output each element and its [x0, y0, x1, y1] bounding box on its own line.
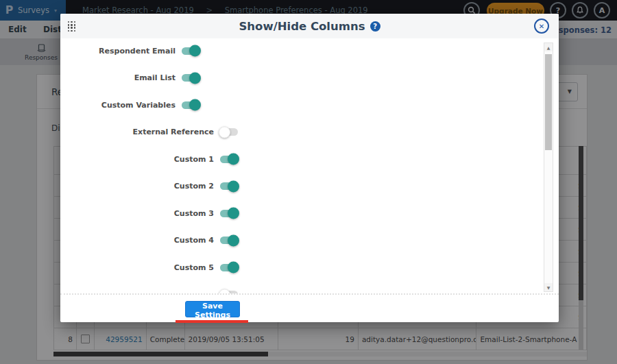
close-icon: ✕	[539, 23, 544, 30]
toggle-custom-3[interactable]	[220, 210, 238, 217]
modal-title: Show/Hide Columns	[239, 20, 365, 33]
toggle-knob	[189, 99, 201, 111]
column-toggle-list: ▲ ▼ Respondent EmailEmail ListCustom Var…	[60, 38, 559, 293]
toggle-knob	[189, 72, 201, 84]
toggle-row: Email List	[60, 71, 199, 85]
modal-help-icon[interactable]: ?	[370, 21, 380, 32]
toggle-custom-1[interactable]	[220, 156, 238, 163]
toggle-custom-4[interactable]	[220, 236, 238, 244]
toggle-knob	[189, 45, 201, 57]
toggle-external-reference[interactable]	[220, 128, 238, 136]
toggle-row: Custom 5	[60, 260, 238, 274]
toggle-row: Custom 1	[60, 152, 238, 166]
toggle-row: Custom 4	[60, 234, 238, 247]
toggle-label: Custom 5	[174, 263, 214, 272]
toggle-label: External Reference	[133, 128, 214, 136]
toggle-knob	[228, 208, 239, 219]
toggle-row: Custom Variables	[60, 98, 199, 112]
toggle-row: Respondent Email	[60, 44, 199, 58]
toggle-label: Custom Variables	[101, 101, 176, 110]
toggle-label: Custom 4	[174, 236, 214, 245]
toggle-label: Custom 2	[174, 182, 214, 191]
toggle-respondent-email[interactable]	[182, 47, 199, 55]
toggle-custom-variables[interactable]	[182, 101, 199, 109]
toggle-custom-2[interactable]	[220, 182, 238, 190]
toggle-email-list[interactable]	[182, 74, 199, 82]
drag-handle-icon[interactable]	[67, 21, 76, 32]
toggle-knob	[219, 289, 230, 293]
toggle-row: External Reference	[60, 125, 238, 139]
toggle-knob	[219, 126, 230, 138]
toggle-row: Custom 2	[60, 180, 238, 193]
scroll-up-arrow-icon[interactable]: ▲	[544, 43, 553, 51]
scroll-down-arrow-icon[interactable]: ▼	[544, 283, 553, 291]
modal-scrollbar[interactable]: ▲ ▼	[544, 43, 553, 292]
modal-footer: Save Settings	[60, 293, 559, 322]
toggle-label: Respondent Email	[99, 47, 176, 56]
modal-header: Show/Hide Columns ? ✕	[60, 14, 559, 38]
toggle-knob	[228, 262, 239, 274]
toggle-custom-5[interactable]	[220, 264, 238, 271]
toggle-row	[60, 288, 238, 294]
save-settings-button[interactable]: Save Settings	[185, 301, 240, 317]
page: P Surveys ▾ Market Research - Aug 2019 >…	[0, 0, 617, 364]
toggle-label: Custom 3	[174, 209, 214, 218]
close-button[interactable]: ✕	[534, 19, 549, 34]
toggle-knob	[228, 154, 239, 165]
show-hide-columns-modal: Show/Hide Columns ? ✕ ▲ ▼ Respondent Ema…	[60, 14, 559, 322]
toggle-label: Custom 1	[174, 155, 214, 164]
toggle-label: Email List	[134, 73, 176, 82]
modal-scroll-thumb[interactable]	[545, 54, 552, 150]
toggle-knob	[228, 234, 239, 246]
annotation-underline	[176, 320, 248, 323]
toggle-knob	[228, 180, 239, 192]
toggle-row: Custom 3	[60, 206, 238, 220]
